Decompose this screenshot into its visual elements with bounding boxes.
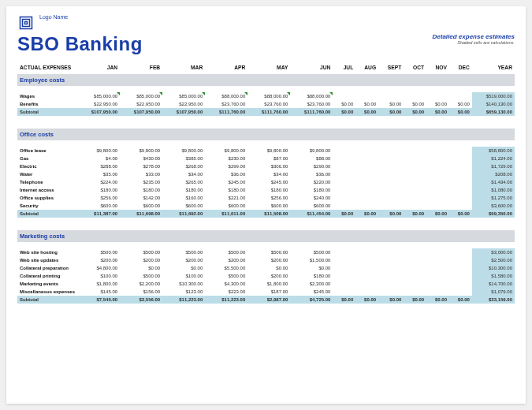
- cell[interactable]: [426, 178, 449, 186]
- cell[interactable]: [378, 155, 404, 162]
- cell[interactable]: [449, 288, 472, 296]
- cell[interactable]: $235.00: [120, 178, 162, 186]
- cell[interactable]: $224.00: [77, 178, 120, 186]
- cell[interactable]: [404, 280, 426, 288]
- cell[interactable]: [404, 272, 426, 280]
- cell[interactable]: $0.00: [355, 100, 378, 108]
- cell[interactable]: [378, 280, 404, 288]
- cell[interactable]: $278.00: [120, 162, 162, 170]
- cell[interactable]: $23,760.00: [205, 100, 247, 108]
- cell[interactable]: $5,500.00: [205, 264, 247, 272]
- cell[interactable]: [426, 92, 449, 100]
- cell[interactable]: $0.00: [449, 100, 472, 108]
- cell[interactable]: $245.00: [290, 288, 333, 296]
- cell[interactable]: [355, 280, 378, 288]
- cell[interactable]: $22,950.00: [162, 100, 205, 108]
- cell[interactable]: [426, 264, 449, 272]
- cell[interactable]: [378, 147, 404, 155]
- cell[interactable]: [426, 147, 449, 155]
- cell[interactable]: $200.00: [247, 272, 290, 280]
- cell[interactable]: $0.00: [404, 100, 426, 108]
- cell[interactable]: $9,800.00: [120, 147, 162, 155]
- cell[interactable]: [333, 186, 355, 194]
- cell[interactable]: $200.00: [77, 256, 120, 264]
- cell[interactable]: $1,800.00: [247, 280, 290, 288]
- cell[interactable]: $500.00: [120, 248, 162, 256]
- cell[interactable]: $245.00: [205, 178, 247, 186]
- cell[interactable]: $200.00: [247, 256, 290, 264]
- cell[interactable]: $0.00: [120, 264, 162, 272]
- cell[interactable]: [449, 264, 472, 272]
- cell[interactable]: [333, 147, 355, 155]
- cell[interactable]: [426, 186, 449, 194]
- cell[interactable]: [378, 264, 404, 272]
- cell[interactable]: $142.00: [120, 194, 162, 202]
- cell[interactable]: $187.00: [247, 288, 290, 296]
- cell[interactable]: $240.00: [290, 194, 333, 202]
- cell[interactable]: $180.00: [205, 186, 247, 194]
- cell[interactable]: $600.00: [77, 202, 120, 210]
- cell[interactable]: $600.00: [162, 202, 205, 210]
- cell[interactable]: [378, 92, 404, 100]
- cell[interactable]: [404, 92, 426, 100]
- cell[interactable]: $0.00: [378, 100, 404, 108]
- cell[interactable]: $0.00: [290, 264, 333, 272]
- cell[interactable]: [404, 194, 426, 202]
- cell[interactable]: [333, 280, 355, 288]
- cell[interactable]: [378, 162, 404, 170]
- cell[interactable]: [333, 194, 355, 202]
- cell[interactable]: $600.00: [120, 202, 162, 210]
- cell[interactable]: $1,500.00: [290, 256, 333, 264]
- cell[interactable]: $34.00: [162, 170, 205, 178]
- cell[interactable]: [333, 272, 355, 280]
- cell[interactable]: $85,000.00: [162, 92, 205, 100]
- cell[interactable]: [404, 162, 426, 170]
- cell[interactable]: [355, 256, 378, 264]
- cell[interactable]: $9,800.00: [290, 147, 333, 155]
- cell[interactable]: [333, 92, 355, 100]
- cell[interactable]: $268.00: [162, 162, 205, 170]
- cell[interactable]: $9,800.00: [205, 147, 247, 155]
- cell[interactable]: $33.00: [120, 170, 162, 178]
- cell[interactable]: $306.00: [247, 162, 290, 170]
- cell[interactable]: $160.00: [162, 194, 205, 202]
- cell[interactable]: $500.00: [290, 248, 333, 256]
- cell[interactable]: $500.00: [247, 248, 290, 256]
- cell[interactable]: [355, 92, 378, 100]
- cell[interactable]: $9,800.00: [162, 147, 205, 155]
- cell[interactable]: $23,760.00: [247, 100, 290, 108]
- cell[interactable]: $256.00: [247, 194, 290, 202]
- cell[interactable]: $180.00: [120, 186, 162, 194]
- cell[interactable]: [355, 202, 378, 210]
- cell[interactable]: [378, 186, 404, 194]
- cell[interactable]: $600.00: [205, 202, 247, 210]
- cell[interactable]: $100.00: [77, 272, 120, 280]
- cell[interactable]: [449, 155, 472, 162]
- cell[interactable]: [426, 280, 449, 288]
- cell[interactable]: [426, 194, 449, 202]
- cell[interactable]: [333, 170, 355, 178]
- cell[interactable]: [378, 248, 404, 256]
- cell[interactable]: $500.00: [162, 248, 205, 256]
- cell[interactable]: $500.00: [120, 272, 162, 280]
- cell[interactable]: [333, 178, 355, 186]
- cell[interactable]: $87.00: [247, 155, 290, 162]
- cell[interactable]: [355, 186, 378, 194]
- cell[interactable]: $180.00: [77, 186, 120, 194]
- cell[interactable]: $123.00: [162, 288, 205, 296]
- cell[interactable]: $256.00: [77, 194, 120, 202]
- cell[interactable]: [355, 162, 378, 170]
- cell[interactable]: $34.00: [247, 170, 290, 178]
- cell[interactable]: $156.00: [120, 288, 162, 296]
- cell[interactable]: $180.00: [247, 186, 290, 194]
- cell[interactable]: [404, 147, 426, 155]
- cell[interactable]: [378, 194, 404, 202]
- cell[interactable]: $9,800.00: [77, 147, 120, 155]
- cell[interactable]: [426, 272, 449, 280]
- cell[interactable]: $22,950.00: [120, 100, 162, 108]
- cell[interactable]: [449, 272, 472, 280]
- cell[interactable]: $230.00: [205, 155, 247, 162]
- cell[interactable]: $88.00: [290, 155, 333, 162]
- cell[interactable]: [333, 202, 355, 210]
- cell[interactable]: $85,000.00: [120, 92, 162, 100]
